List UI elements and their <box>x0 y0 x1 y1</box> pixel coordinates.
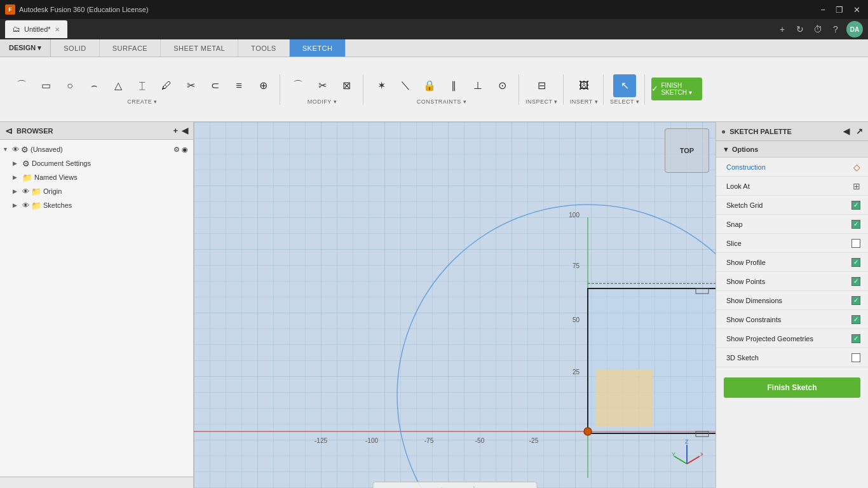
svg-text:75: 75 <box>573 262 580 269</box>
palette-row-3d-sketch[interactable]: 3D Sketch <box>716 348 868 367</box>
tree-item-sketches[interactable]: ▶ 👁 📁 Sketches <box>0 198 193 212</box>
bottom-environment-button[interactable]: ⊟ <box>515 484 532 488</box>
palette-row-slice[interactable]: Slice <box>716 234 868 253</box>
tool-coincident[interactable]: ✶ <box>370 74 393 97</box>
tool-offset[interactable]: ⊂ <box>203 74 226 97</box>
checkbox-show-projected[interactable] <box>851 334 860 343</box>
user-avatar[interactable]: DA <box>846 21 863 37</box>
checkbox-sketch-grid[interactable] <box>851 201 860 210</box>
tree-eye-origin[interactable]: 👁 <box>22 187 29 195</box>
tree-item-document-settings[interactable]: ▶ ⚙ Document Settings <box>0 156 193 170</box>
tree-icon-origin: 📁 <box>31 187 41 196</box>
tree-eye-root[interactable]: 👁 <box>12 146 19 153</box>
tool-extend[interactable]: ⊠ <box>335 74 358 97</box>
tool-polygon[interactable]: △ <box>107 74 130 97</box>
close-button[interactable]: ✕ <box>851 5 863 15</box>
tool-spline[interactable]: 🖊 <box>155 74 178 97</box>
tool-row: ⌒ ▭ ○ ⌢ △ ⌶ 🖊 ✂ ⊂ ≡ ⊕ CREATE ▾ ⌒ ✂ ⊠ MOD… <box>0 57 868 121</box>
svg-text:-125: -125 <box>315 437 327 444</box>
bottom-display-mode-button[interactable]: ▭ <box>477 484 494 488</box>
palette-row-snap[interactable]: Snap <box>716 215 868 234</box>
palette-row-look-at[interactable]: Look At ⊞ <box>716 177 868 196</box>
tool-select[interactable]: ↖ <box>613 74 636 97</box>
tree-item-named-views[interactable]: ▶ 📁 Named Views <box>0 170 193 184</box>
tool-arc[interactable]: ⌢ <box>83 74 105 97</box>
tree-eye2-root[interactable]: ◉ <box>182 146 188 154</box>
tool-line[interactable]: ⌒ <box>10 74 33 97</box>
help-icon[interactable]: ? <box>829 22 843 36</box>
tool-measure[interactable]: ⊟ <box>530 74 553 97</box>
svg-text:50: 50 <box>573 316 580 323</box>
design-dropdown-button[interactable]: DESIGN ▾ <box>0 39 51 57</box>
tool-tangent[interactable]: ⊙ <box>491 74 513 97</box>
palette-header: ● SKETCH PALETTE ◀ ↗ <box>716 122 868 141</box>
checkbox-3d-sketch[interactable] <box>851 353 860 362</box>
tab-sheet-metal[interactable]: SHEET METAL <box>161 39 238 57</box>
bottom-orbit-button[interactable]: ⊕ <box>377 484 395 488</box>
active-file-tab[interactable]: 🗂 Untitled* ✕ <box>5 20 67 38</box>
checkbox-snap[interactable] <box>851 220 860 229</box>
tree-icon-doc: ⚙ <box>22 159 30 168</box>
bottom-pan-button[interactable]: ✋ <box>415 484 433 488</box>
clock-icon[interactable]: ⏱ <box>811 22 825 36</box>
svg-text:-25: -25 <box>529 437 539 444</box>
sketch-canvas[interactable]: -75 -50 -25 -100 -125 100 75 50 25 <box>194 122 715 488</box>
palette-collapse-button[interactable]: ◀ <box>843 126 850 136</box>
tab-solid[interactable]: SOLID <box>51 39 100 57</box>
tool-insert-image[interactable]: 🖼 <box>573 74 595 97</box>
checkbox-show-points[interactable] <box>851 277 860 286</box>
palette-row-show-points[interactable]: Show Points <box>716 272 868 291</box>
add-tab-button[interactable]: + <box>775 22 789 36</box>
svg-text:25: 25 <box>573 369 580 376</box>
checkbox-show-profile[interactable] <box>851 258 860 267</box>
tool-slot[interactable]: ⌶ <box>131 74 154 97</box>
bottom-zoom-button[interactable]: 🔍 <box>434 484 452 488</box>
create-tool-group: ⌒ ▭ ○ ⌢ △ ⌶ 🖊 ✂ ⊂ ≡ ⊕ CREATE ▾ <box>5 74 280 105</box>
finish-sketch-toolbar-button[interactable]: ✓ FINISH SKETCH ▾ <box>651 78 702 100</box>
palette-row-show-constraints[interactable]: Show Constraints <box>716 310 868 329</box>
palette-row-show-profile[interactable]: Show Profile <box>716 253 868 272</box>
browser-collapse-button[interactable]: ◀ <box>182 126 188 135</box>
checkbox-slice[interactable] <box>851 239 860 248</box>
tab-tools[interactable]: TOOLS <box>238 39 290 57</box>
minimize-button[interactable]: − <box>818 5 828 15</box>
refresh-icon[interactable]: ↻ <box>793 22 807 36</box>
tool-trim2[interactable]: ✂ <box>311 74 334 97</box>
bottom-grid-button[interactable]: ⊞ <box>496 484 513 488</box>
bottom-camera-button[interactable]: 📷 <box>396 484 414 488</box>
select-tool-icons: ↖ <box>613 74 636 97</box>
canvas-area[interactable]: TOP <box>194 122 715 488</box>
checkbox-show-constraints[interactable] <box>851 315 860 324</box>
tool-rectangle[interactable]: ▭ <box>34 74 57 97</box>
finish-sketch-button[interactable]: Finish Sketch <box>724 377 860 398</box>
browser-plus-button[interactable]: + <box>173 126 178 135</box>
palette-expand-button[interactable]: ↗ <box>856 126 863 136</box>
palette-row-construction[interactable]: Construction ◇ <box>716 158 868 177</box>
tree-gear-root[interactable]: ⚙ <box>173 146 180 154</box>
tree-item-root[interactable]: ▼ 👁 ⚙ (Unsaved) ⚙ ◉ <box>0 142 193 156</box>
bottom-fit-button[interactable]: ⊡ <box>453 484 471 488</box>
palette-bullet-icon: ● <box>721 127 726 136</box>
tool-trim[interactable]: ✂ <box>179 74 202 97</box>
restore-button[interactable]: ❐ <box>833 5 846 15</box>
palette-row-show-dimensions[interactable]: Show Dimensions <box>716 291 868 310</box>
options-header[interactable]: ▼ Options <box>716 141 868 158</box>
create-group-label: CREATE ▾ <box>127 98 157 105</box>
palette-row-sketch-grid[interactable]: Sketch Grid <box>716 196 868 215</box>
tool-collinear[interactable]: ＼ <box>394 74 417 97</box>
tool-mirror[interactable]: ≡ <box>227 74 250 97</box>
tool-fillet[interactable]: ⌒ <box>287 74 309 97</box>
tree-item-origin[interactable]: ▶ 👁 📁 Origin <box>0 184 193 198</box>
tab-sketch[interactable]: SKETCH <box>290 39 346 57</box>
file-tab-close-button[interactable]: ✕ <box>55 26 60 33</box>
tree-eye-sketches[interactable]: 👁 <box>22 201 29 209</box>
checkbox-show-dimensions[interactable] <box>851 296 860 305</box>
tool-pattern[interactable]: ⊕ <box>252 74 275 97</box>
tool-perpendicular[interactable]: ⊥ <box>466 74 489 97</box>
palette-label-3d-sketch: 3D Sketch <box>726 354 851 362</box>
palette-row-show-projected[interactable]: Show Projected Geometries <box>716 329 868 348</box>
tab-surface[interactable]: SURFACE <box>100 39 161 57</box>
tool-lock[interactable]: 🔒 <box>418 74 441 97</box>
tool-parallel[interactable]: ∥ <box>442 74 465 97</box>
tool-circle[interactable]: ○ <box>58 74 81 97</box>
